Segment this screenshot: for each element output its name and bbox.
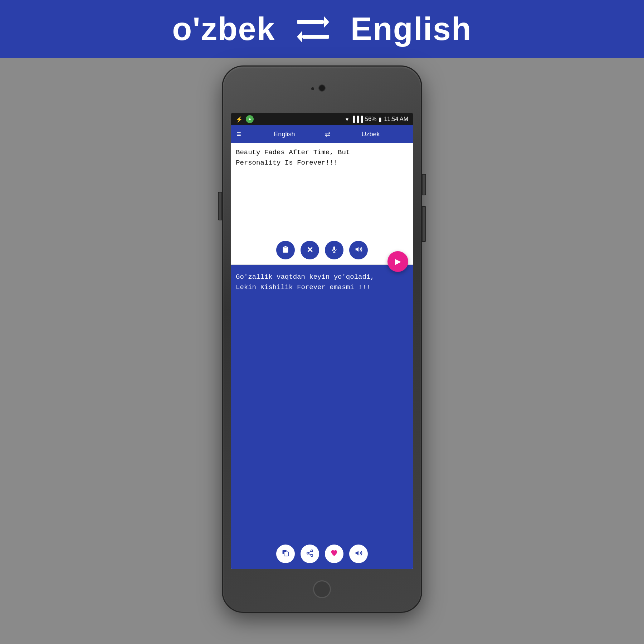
input-area: Beauty Fades After Time, But Personality… (231, 143, 413, 265)
translated-text-display: Go'zallik vaqtdan keyin yo'qoladi, Lekin… (236, 272, 408, 541)
speaker-button[interactable] (349, 241, 368, 259)
svg-point-12 (311, 550, 313, 552)
svg-marker-8 (356, 247, 358, 252)
wifi-icon: ▾ (346, 116, 348, 123)
tts-button[interactable] (349, 545, 368, 563)
status-icons-right: ▾ ▐▐▐ 56% ▮ 11:54 AM (346, 116, 408, 123)
svg-point-13 (307, 552, 309, 554)
share-icon (306, 549, 314, 559)
clear-icon: ✕ (307, 245, 313, 255)
time-display: 11:54 AM (384, 116, 408, 122)
status-bar: ⚡ ● ▾ ▐▐▐ 56% ▮ 11:54 AM (231, 113, 413, 125)
copy-icon (282, 549, 289, 559)
volume-down-button (422, 206, 426, 242)
copy-translation-button[interactable] (276, 545, 295, 563)
svg-point-14 (311, 554, 313, 556)
svg-rect-2 (302, 35, 329, 39)
signal-icon: ▐▐▐ (351, 116, 363, 122)
swap-languages-icon[interactable] (297, 13, 329, 45)
send-translate-button[interactable]: ▶ (387, 251, 408, 272)
clear-button[interactable]: ✕ (301, 241, 319, 259)
home-button[interactable] (313, 580, 331, 598)
power-button (422, 174, 426, 195)
clipboard-button[interactable] (276, 241, 295, 259)
battery-icon: ▮ (379, 116, 382, 123)
input-wrapper: Beauty Fades After Time, But Personality… (231, 143, 413, 265)
volume-icon (355, 549, 362, 559)
phone-body: ⚡ ● ▾ ▐▐▐ 56% ▮ 11:54 AM ≡ English ⇄ Uzb… (222, 65, 422, 613)
translation-action-buttons (236, 541, 408, 565)
front-camera (318, 84, 326, 92)
speaker-icon (355, 245, 362, 255)
svg-rect-4 (284, 246, 287, 247)
volume-button (218, 192, 222, 220)
svg-rect-11 (284, 552, 288, 556)
svg-marker-17 (356, 551, 358, 555)
earpiece (311, 87, 314, 90)
phone-device: ⚡ ● ▾ ▐▐▐ 56% ▮ 11:54 AM ≡ English ⇄ Uzb… (222, 65, 422, 613)
svg-marker-3 (297, 30, 302, 43)
svg-rect-0 (297, 20, 324, 24)
svg-rect-5 (333, 246, 335, 250)
top-banner: o'zbek English (0, 0, 644, 58)
heart-icon (330, 549, 338, 559)
source-language-selector[interactable]: English (248, 131, 321, 138)
phone-screen: ⚡ ● ▾ ▐▐▐ 56% ▮ 11:54 AM ≡ English ⇄ Uzb… (231, 113, 413, 569)
battery-percent: 56% (365, 116, 376, 122)
input-action-buttons: ✕ (236, 237, 408, 262)
clipboard-icon (282, 245, 289, 255)
svg-line-16 (309, 551, 311, 552)
target-language-banner[interactable]: English (351, 11, 472, 48)
target-language-selector[interactable]: Uzbek (334, 131, 408, 138)
mic-icon (331, 245, 338, 255)
svg-line-15 (309, 553, 311, 555)
svg-marker-1 (324, 16, 329, 28)
hamburger-menu-icon[interactable]: ≡ (236, 130, 241, 139)
swap-languages-button[interactable]: ⇄ (325, 130, 330, 138)
favorite-button[interactable] (325, 545, 343, 563)
app-icon: ● (246, 115, 254, 123)
source-text-display[interactable]: Beauty Fades After Time, But Personality… (236, 147, 408, 237)
send-icon: ▶ (395, 257, 401, 266)
share-button[interactable] (301, 545, 319, 563)
source-language-banner[interactable]: o'zbek (172, 11, 275, 48)
mic-button[interactable] (325, 241, 343, 259)
usb-icon: ⚡ (236, 116, 243, 123)
translation-area: Go'zallik vaqtdan keyin yo'qoladi, Lekin… (231, 265, 413, 569)
status-icons-left: ⚡ ● (236, 115, 254, 123)
app-toolbar: ≡ English ⇄ Uzbek (231, 125, 413, 143)
